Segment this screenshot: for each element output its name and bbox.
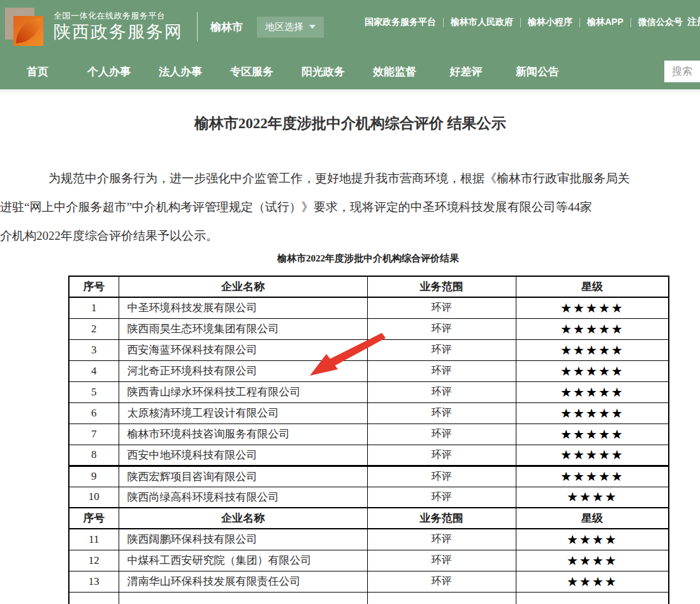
register-link[interactable]: 注册	[687, 16, 700, 28]
table-row: 9陕西宏辉项目咨询有限公司环评★★★★★	[69, 466, 669, 487]
table-caption: 榆林市2022年度涉批中介机构综合评价结果	[68, 253, 668, 265]
cell-no: 13	[69, 571, 119, 592]
cell-no: 5	[69, 381, 119, 402]
cell-stars: ★★★★★	[516, 360, 669, 381]
cell-no: 10	[69, 487, 119, 508]
cell-no: 12	[69, 550, 119, 571]
cell-scope: 环评	[367, 318, 516, 339]
cell-name: 西安海蓝环保科技有限公司	[119, 339, 367, 360]
cell-empty	[367, 592, 516, 604]
link-separator	[520, 18, 521, 27]
column-header: 业务范围	[367, 276, 516, 297]
brand-text: 全国一体化在线政务服务平台 陕西政务服务网	[54, 11, 183, 43]
cell-stars: ★★★★★	[516, 339, 669, 360]
cell-no: 1	[69, 297, 119, 318]
cell-stars: ★★★★	[516, 487, 669, 508]
evaluation-table: 序号企业名称业务范围星级1中圣环境科技发展有限公司环评★★★★★2陕西雨昊生态环…	[68, 276, 669, 604]
top-link-wechat[interactable]: 微信公众号	[638, 17, 683, 28]
link-separator	[631, 18, 631, 27]
table-header-row: 序号企业名称业务范围星级	[69, 508, 669, 529]
current-city-label: 榆林市	[210, 20, 243, 34]
cell-name: 河北奇正环境科技有限公司	[119, 360, 367, 381]
cell-stars: ★★★★★	[516, 297, 669, 318]
logo-front-square-icon	[13, 16, 43, 46]
site-name: 陕西政务服务网	[54, 22, 183, 42]
header-top: 全国一体化在线政务服务平台 陕西政务服务网 榆林市 地区选择 国家政务服务平台 …	[0, 0, 700, 54]
column-header: 企业名称	[119, 508, 367, 529]
cell-no: 2	[69, 318, 119, 339]
cell-name: 中煤科工西安研究院（集团）有限公司	[119, 550, 367, 571]
cell-empty	[119, 592, 367, 604]
cell-name: 陕西阔鹏环保科技有限公司	[119, 529, 367, 550]
cell-name: 陕西宏辉项目咨询有限公司	[119, 466, 367, 487]
cell-scope: 环评	[367, 339, 516, 360]
cell-name: 陕西青山绿水环保科技工程有限公司	[119, 381, 367, 402]
cell-stars: ★★★★★	[516, 424, 669, 445]
top-link-mini-program[interactable]: 榆林小程序	[528, 17, 572, 28]
cell-scope: 环评	[367, 381, 516, 402]
nav-item-home[interactable]: 首页	[2, 64, 73, 79]
table-row: 13渭南华山环保科技发展有限责任公司环评★★★★	[69, 571, 669, 592]
cell-scope: 环评	[367, 487, 516, 508]
table-row: 4河北奇正环境科技有限公司环评★★★★★	[69, 360, 669, 381]
cell-scope: 环评	[367, 445, 516, 466]
nav-item-personal[interactable]: 个人办事	[73, 64, 145, 79]
nav-item-review[interactable]: 好差评	[430, 64, 502, 79]
cell-scope: 环评	[367, 550, 516, 571]
nav-item-zone[interactable]: 专区服务	[216, 64, 288, 79]
search-input[interactable]: 搜索	[664, 61, 700, 82]
site-logo[interactable]	[5, 8, 45, 48]
table-row-partial	[69, 592, 669, 604]
cell-no: 7	[69, 424, 119, 445]
table-row: 5陕西青山绿水环保科技工程有限公司环评★★★★★	[69, 381, 669, 402]
link-separator	[580, 18, 580, 27]
cell-stars: ★★★★★	[516, 318, 669, 339]
cell-stars: ★★★★	[516, 550, 669, 571]
top-links: 国家政务服务平台 榆林市人民政府 榆林小程序 榆林APP 微信公众号	[365, 17, 683, 28]
nav-item-sunshine[interactable]: 阳光政务	[288, 64, 359, 79]
table-row: 8西安中地环境科技有限公司环评★★★★★	[69, 445, 669, 466]
cell-no: 3	[69, 339, 119, 360]
cell-no: 8	[69, 445, 119, 466]
table-header-row: 序号企业名称业务范围星级	[69, 276, 669, 297]
main-nav: 首页 个人办事 法人办事 专区服务 阳光政务 效能监督 好差评 新闻公告 搜索	[0, 54, 700, 89]
column-header: 星级	[516, 276, 669, 297]
cell-scope: 环评	[367, 360, 516, 381]
cell-name: 榆林市环境科技咨询服务有限公司	[119, 424, 367, 445]
cell-scope: 环评	[367, 424, 516, 445]
nav-item-news[interactable]: 新闻公告	[502, 64, 573, 79]
cell-scope: 环评	[367, 466, 516, 487]
cell-scope: 环评	[367, 402, 516, 424]
cell-scope: 环评	[367, 571, 516, 592]
cell-stars: ★★★★	[516, 571, 669, 592]
table-row: 11陕西阔鹏环保科技有限公司环评★★★★	[69, 529, 669, 550]
top-link-city-government[interactable]: 榆林市人民政府	[451, 17, 513, 28]
platform-tagline: 全国一体化在线政务服务平台	[54, 11, 183, 21]
column-header: 企业名称	[119, 276, 367, 297]
header-shadow	[0, 89, 700, 92]
page: { "header": { "platform_tagline": "全国一体化…	[0, 0, 700, 604]
nav-item-legal[interactable]: 法人办事	[145, 64, 216, 79]
table-row: 3西安海蓝环保科技有限公司环评★★★★★	[69, 339, 669, 360]
region-selector-button[interactable]: 地区选择	[257, 17, 324, 38]
cell-stars: ★★★★★	[516, 381, 669, 402]
top-link-national-platform[interactable]: 国家政务服务平台	[365, 17, 436, 28]
cell-name: 西安中地环境科技有限公司	[119, 445, 367, 466]
nav-item-supervision[interactable]: 效能监督	[359, 64, 430, 79]
cell-stars: ★★★★★	[516, 466, 669, 487]
column-header: 业务范围	[367, 508, 516, 529]
cell-name: 太原核清环境工程设计有限公司	[119, 402, 367, 424]
cell-stars: ★★★★★	[516, 445, 669, 466]
page-title: 榆林市2022年度涉批中介机构综合评价 结果公示	[0, 114, 700, 133]
table-row: 7榆林市环境科技咨询服务有限公司环评★★★★★	[69, 424, 669, 445]
cell-no: 9	[69, 466, 119, 487]
region-selector-label: 地区选择	[265, 21, 303, 33]
top-link-app[interactable]: 榆林APP	[587, 17, 623, 28]
chevron-down-icon	[309, 25, 316, 29]
paragraph-line: 为规范中介服务行为，进一步强化中介监管工作，更好地提升我市营商环境，根据《榆林市…	[0, 164, 700, 193]
logo-leaf-icon	[16, 18, 41, 43]
column-header: 序号	[69, 508, 119, 529]
column-header: 序号	[69, 276, 119, 297]
cell-empty	[69, 592, 119, 604]
table-row: 2陕西雨昊生态环境集团有限公司环评★★★★★	[69, 318, 669, 339]
